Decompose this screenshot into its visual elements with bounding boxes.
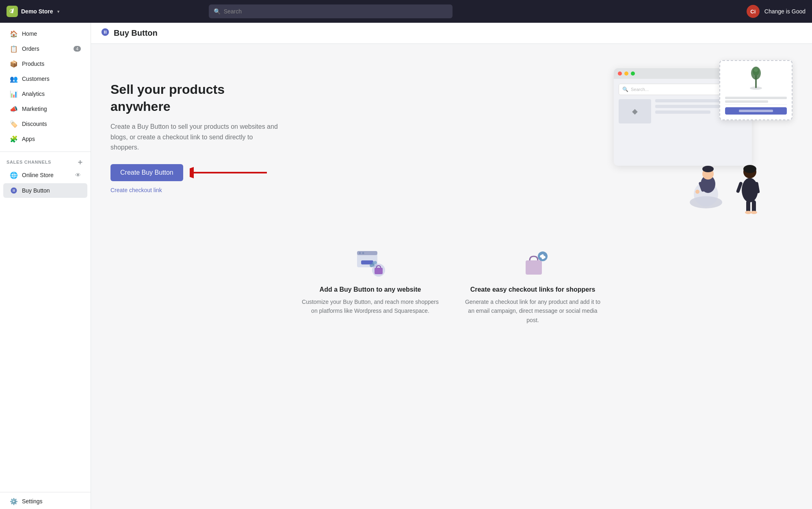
sidebar-item-products[interactable]: 📦 Products — [3, 56, 87, 71]
search-icon: 🔍 — [214, 8, 221, 15]
search-input[interactable] — [224, 8, 448, 15]
sidebar-item-orders[interactable]: 📋 Orders 4 — [3, 41, 87, 56]
add-channel-icon[interactable]: ＋ — [76, 158, 84, 166]
avatar[interactable]: Ci — [747, 5, 760, 18]
person1-icon — [684, 154, 728, 214]
feature-icon-buy-button — [301, 247, 440, 279]
settings-icon: ⚙️ — [10, 497, 18, 505]
main-content: Buy Button Sell your products anywhere C… — [91, 23, 812, 509]
feature-card-checkout-links: Create easy checkout links for shoppers … — [464, 247, 602, 325]
discounts-icon: 🏷️ — [10, 120, 18, 128]
feature-desc-checkout-links: Generate a checkout link for any product… — [464, 297, 602, 325]
svg-rect-17 — [746, 200, 750, 212]
svg-point-25 — [359, 252, 361, 254]
sidebar-label-buy-button: Buy Button — [22, 187, 81, 194]
sidebar-item-apps[interactable]: 🧩 Apps — [3, 132, 87, 146]
home-icon: 🏠 — [10, 30, 18, 38]
browser-search-text: Search... — [631, 87, 649, 92]
sidebar-nav-section: 🏠 Home 📋 Orders 4 📦 Products 👥 Customers — [0, 23, 91, 150]
sidebar-bottom: ⚙️ Settings — [0, 490, 91, 509]
sig-line-2 — [725, 100, 768, 103]
apps-icon: 🧩 — [10, 135, 18, 143]
sidebar-divider — [0, 152, 91, 152]
svg-point-11 — [702, 166, 714, 172]
feature-title-buy-button: Add a Buy Button to any website — [301, 286, 440, 293]
svg-point-20 — [751, 211, 757, 214]
sig-line-1 — [725, 97, 787, 99]
people-illustration — [684, 149, 768, 214]
svg-point-19 — [745, 211, 751, 214]
eye-icon: 👁 — [75, 172, 81, 178]
sidebar-label-products: Products — [22, 61, 81, 67]
products-icon: 📦 — [10, 60, 18, 68]
sidebar-label-analytics: Analytics — [22, 91, 81, 97]
hero-illustration: 🔍 Search... ◆ — [598, 60, 793, 214]
btn-line — [739, 110, 773, 112]
orders-badge: 4 — [74, 46, 81, 52]
browser-dot-yellow — [624, 71, 628, 76]
search-input-wrap: 🔍 — [209, 4, 453, 18]
svg-point-16 — [743, 165, 756, 173]
top-navigation: Demo Store ▾ 🔍 Ci Change is Good — [0, 0, 812, 23]
svg-rect-29 — [375, 268, 383, 274]
sales-channels-label: SALES CHANNELS — [6, 160, 51, 165]
sales-channels-header: SALES CHANNELS ＋ — [0, 154, 91, 167]
sidebar-item-settings[interactable]: ⚙️ Settings — [3, 494, 87, 509]
chevron-down-icon: ▾ — [57, 9, 59, 14]
sidebar-item-marketing[interactable]: 📣 Marketing — [3, 102, 87, 116]
analytics-icon: 📊 — [10, 90, 18, 98]
hero-content: Sell your products anywhere Create a Buy… — [110, 81, 281, 193]
sidebar-item-home[interactable]: 🏠 Home — [3, 26, 87, 41]
browser-dot-green — [631, 71, 635, 76]
sidebar-item-analytics[interactable]: 📊 Analytics — [3, 87, 87, 101]
text-line-3 — [655, 110, 710, 114]
browser-dot-red — [618, 71, 622, 76]
sidebar-label-home: Home — [22, 30, 81, 37]
sidebar-label-online-store: Online Store — [22, 172, 71, 178]
topnav-right: Ci Change is Good — [747, 5, 806, 18]
text-line-2 — [655, 105, 729, 108]
hero-section: Sell your products anywhere Create a Buy… — [91, 44, 812, 231]
page-header-icon — [101, 28, 110, 39]
red-arrow-icon — [190, 165, 271, 181]
sidebar-item-customers[interactable]: 👥 Customers — [3, 71, 87, 86]
sidebar-item-online-store[interactable]: 🌐 Online Store 👁 — [3, 168, 87, 182]
card-line-1 — [725, 97, 787, 105]
orders-icon: 📋 — [10, 45, 18, 53]
feature-desc-buy-button: Customize your Buy Button, and reach mor… — [301, 297, 440, 316]
browser-video-mock: ◆ — [619, 99, 651, 123]
feature-title-checkout-links: Create easy checkout links for shoppers — [464, 286, 602, 293]
sidebar-item-discounts[interactable]: 🏷️ Discounts — [3, 117, 87, 131]
sidebar-label-orders: Orders — [22, 45, 69, 52]
feature-icon-checkout-links — [464, 247, 602, 279]
browser-search-icon: 🔍 — [622, 87, 628, 92]
sidebar-label-settings: Settings — [22, 498, 81, 505]
person2-icon — [732, 149, 768, 214]
store-label: Change is Good — [764, 8, 806, 15]
checkout-link-icon — [518, 249, 548, 277]
search-bar: 🔍 — [209, 4, 453, 18]
svg-rect-18 — [752, 200, 756, 212]
store-name-label: Demo Store — [21, 8, 53, 15]
svg-rect-32 — [526, 260, 542, 275]
features-section: Add a Buy Button to any website Customiz… — [91, 231, 812, 341]
play-icon: ◆ — [632, 107, 638, 116]
feature-card-buy-button: Add a Buy Button to any website Customiz… — [301, 247, 440, 325]
svg-point-13 — [695, 190, 699, 194]
page-title: Buy Button — [114, 28, 158, 38]
arrow-annotation — [190, 165, 271, 181]
store-logo[interactable]: Demo Store ▾ — [6, 6, 59, 17]
hero-description: Create a Buy Button to sell your product… — [110, 121, 281, 153]
sidebar-label-apps: Apps — [22, 136, 81, 142]
create-buy-button[interactable]: Create Buy Button — [110, 164, 183, 181]
svg-point-26 — [362, 252, 364, 254]
sidebar-item-buy-button[interactable]: Buy Button — [3, 183, 87, 198]
page-header: Buy Button — [91, 23, 812, 44]
plant-icon — [725, 66, 787, 93]
online-store-icon: 🌐 — [10, 171, 18, 179]
product-card-mockup — [719, 60, 793, 120]
sidebar-label-customers: Customers — [22, 76, 81, 82]
sidebar-label-marketing: Marketing — [22, 106, 81, 112]
create-checkout-link[interactable]: Create checkout link — [110, 187, 281, 193]
sidebar-label-discounts: Discounts — [22, 121, 81, 127]
